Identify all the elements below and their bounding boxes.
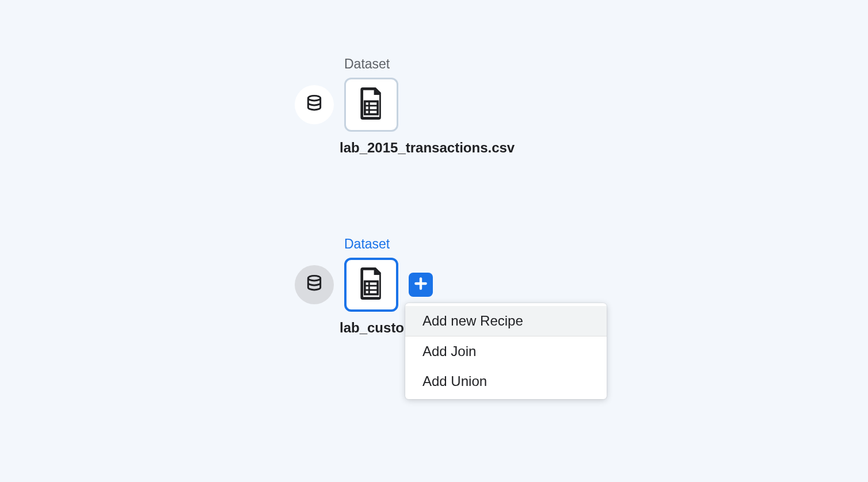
node-type-label: Dataset: [295, 56, 515, 72]
dataset-file-box[interactable]: [344, 258, 398, 312]
file-spreadsheet-icon: [358, 267, 384, 302]
svg-point-0: [308, 95, 320, 101]
plus-icon: [413, 276, 428, 293]
menu-item-add-join[interactable]: Add Join: [405, 336, 607, 366]
menu-item-add-new-recipe[interactable]: Add new Recipe: [405, 306, 607, 336]
node-filename: lab_2015_transactions.csv: [295, 140, 515, 156]
add-context-menu: Add new Recipe Add Join Add Union: [405, 303, 607, 399]
database-badge: [295, 85, 334, 124]
svg-rect-1: [365, 101, 378, 114]
menu-item-add-union[interactable]: Add Union: [405, 366, 607, 396]
database-icon: [305, 94, 323, 115]
add-button[interactable]: [409, 273, 433, 297]
svg-point-5: [308, 276, 320, 281]
file-spreadsheet-icon: [358, 87, 384, 122]
database-icon: [305, 274, 323, 295]
node-type-label: Dataset: [295, 236, 433, 252]
dataset-file-box[interactable]: [344, 78, 398, 132]
database-badge: [295, 265, 334, 304]
svg-rect-6: [365, 281, 378, 294]
dataset-node[interactable]: Dataset l: [295, 56, 515, 156]
